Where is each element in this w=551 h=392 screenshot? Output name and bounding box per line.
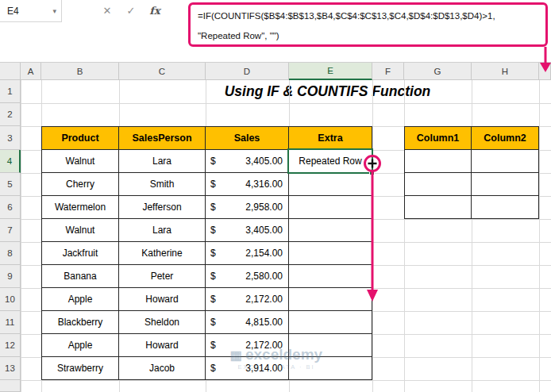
row-header-6[interactable]: 6 — [0, 196, 21, 219]
row-header-7[interactable]: 7 — [0, 219, 21, 242]
row-header-9[interactable]: 9 — [0, 265, 21, 288]
name-box-value: E4 — [0, 6, 52, 17]
extra-cell[interactable] — [289, 219, 372, 242]
sales-amount: 2,958.00 — [245, 202, 283, 213]
formula-line-2: "Repeated Row", "") — [198, 26, 545, 46]
select-all-button[interactable] — [0, 63, 21, 80]
salesperson-cell[interactable]: Howard — [119, 334, 206, 357]
sales-amount: 2,172.00 — [245, 340, 283, 351]
extra-cell[interactable] — [289, 288, 372, 311]
product-cell[interactable]: Walnut — [41, 150, 119, 173]
side-empty-cell[interactable] — [472, 196, 539, 219]
sales-cell[interactable]: $2,172.00 — [206, 334, 289, 357]
extra-cell[interactable] — [289, 357, 372, 380]
side-empty-cell[interactable] — [404, 173, 472, 196]
row-header-13[interactable]: 13 — [0, 357, 21, 380]
sales-amount: 3,405.00 — [245, 225, 283, 236]
product-cell[interactable]: Banana — [41, 265, 119, 288]
column-header-F[interactable]: F — [372, 63, 404, 80]
salesperson-cell[interactable]: Jacob — [119, 357, 206, 380]
sales-amount: 4,316.00 — [245, 179, 283, 190]
product-cell[interactable]: Strawberry — [41, 357, 119, 380]
extra-cell[interactable] — [289, 173, 372, 196]
fill-handle[interactable] — [369, 170, 375, 175]
name-box[interactable]: E4 ▾ — [0, 0, 62, 22]
extra-cell[interactable] — [289, 265, 372, 288]
formula-line-1: =IF(COUNTIFS($B$4:$B$13,$B4,$C$4:$C$13,$… — [198, 6, 545, 26]
row-header-3[interactable]: 3 — [0, 126, 21, 150]
insert-function-icon[interactable]: fx — [146, 5, 164, 17]
product-cell[interactable]: Apple — [41, 334, 119, 357]
row-header-4[interactable]: 4 — [0, 150, 21, 173]
column-header-C[interactable]: C — [119, 63, 206, 80]
sales-cell[interactable]: $3,405.00 — [206, 219, 289, 242]
main-header-salesperson[interactable]: SalesPerson — [119, 126, 206, 150]
side-empty-cell[interactable] — [472, 173, 539, 196]
column-header-A[interactable]: A — [21, 63, 41, 80]
main-header-sales[interactable]: Sales — [206, 126, 289, 150]
product-cell[interactable]: Apple — [41, 288, 119, 311]
salesperson-cell[interactable]: Lara — [119, 150, 206, 173]
extra-cell[interactable] — [289, 334, 372, 357]
currency-symbol: $ — [210, 179, 216, 190]
side-header-column1[interactable]: Column1 — [404, 126, 472, 150]
extra-cell[interactable] — [289, 311, 372, 334]
row-header-11[interactable]: 11 — [0, 311, 21, 334]
product-cell[interactable]: Walnut — [41, 219, 119, 242]
name-box-dropdown-icon[interactable]: ▾ — [52, 7, 61, 15]
extra-cell[interactable] — [289, 242, 372, 265]
cancel-icon[interactable]: ✕ — [98, 5, 116, 17]
selected-cell-E4[interactable] — [287, 148, 373, 174]
row-header-1[interactable]: 1 — [0, 80, 21, 103]
sales-cell[interactable]: $2,958.00 — [206, 196, 289, 219]
row-header-blank[interactable] — [0, 380, 21, 392]
side-empty-cell[interactable] — [472, 150, 539, 173]
row-header-10[interactable]: 10 — [0, 288, 21, 311]
column-header-D[interactable]: D — [206, 63, 289, 80]
salesperson-cell[interactable]: Lara — [119, 219, 206, 242]
currency-symbol: $ — [210, 317, 216, 328]
formula-input[interactable]: =IF(COUNTIFS($B$4:$B$13,$B4,$C$4:$C$13,$… — [188, 2, 548, 47]
salesperson-cell[interactable]: Sheldon — [119, 311, 206, 334]
product-cell[interactable]: Watermelon — [41, 196, 119, 219]
row-header-2[interactable]: 2 — [0, 103, 21, 126]
row-header-12[interactable]: 12 — [0, 334, 21, 357]
salesperson-cell[interactable]: Howard — [119, 288, 206, 311]
column-header-E[interactable]: E — [289, 63, 372, 80]
product-cell[interactable]: Cherry — [41, 173, 119, 196]
gridline — [21, 380, 551, 381]
sales-cell[interactable]: $4,316.00 — [206, 173, 289, 196]
sales-cell[interactable]: $2,172.00 — [206, 288, 289, 311]
product-cell[interactable]: Blackberry — [41, 311, 119, 334]
column-header-blank[interactable] — [539, 63, 551, 80]
sales-cell[interactable]: $3,405.00 — [206, 150, 289, 173]
product-cell[interactable]: Jackfruit — [41, 242, 119, 265]
currency-symbol: $ — [210, 340, 216, 351]
sales-cell[interactable]: $4,815.00 — [206, 311, 289, 334]
currency-symbol: $ — [210, 202, 216, 213]
side-header-column2[interactable]: Column2 — [472, 126, 539, 150]
salesperson-cell[interactable]: Jefferson — [119, 196, 206, 219]
sales-amount: 2,154.00 — [245, 248, 283, 259]
sales-cell[interactable]: $2,154.00 — [206, 242, 289, 265]
main-header-product[interactable]: Product — [41, 126, 119, 150]
column-header-H[interactable]: H — [472, 63, 539, 80]
enter-icon[interactable]: ✓ — [122, 5, 140, 17]
side-empty-cell[interactable] — [404, 196, 472, 219]
sales-cell[interactable]: $3,914.00 — [206, 357, 289, 380]
row-header-8[interactable]: 8 — [0, 242, 21, 265]
sheet-title: Using IF & COUNTIFS Function — [119, 80, 536, 103]
extra-cell[interactable] — [289, 196, 372, 219]
main-header-extra[interactable]: Extra — [289, 126, 372, 150]
sales-cell[interactable]: $2,580.00 — [206, 265, 289, 288]
formula-bar-area: E4 ▾ ✕ ✓ fx =IF(COUNTIFS($B$4:$B$13,$B4,… — [0, 0, 551, 63]
currency-symbol: $ — [210, 294, 216, 305]
column-header-G[interactable]: G — [404, 63, 472, 80]
column-header-B[interactable]: B — [41, 63, 119, 80]
salesperson-cell[interactable]: Smith — [119, 173, 206, 196]
salesperson-cell[interactable]: Peter — [119, 265, 206, 288]
side-empty-cell[interactable] — [404, 150, 472, 173]
row-header-5[interactable]: 5 — [0, 173, 21, 196]
sales-amount: 3,405.00 — [245, 156, 283, 167]
salesperson-cell[interactable]: Katherine — [119, 242, 206, 265]
